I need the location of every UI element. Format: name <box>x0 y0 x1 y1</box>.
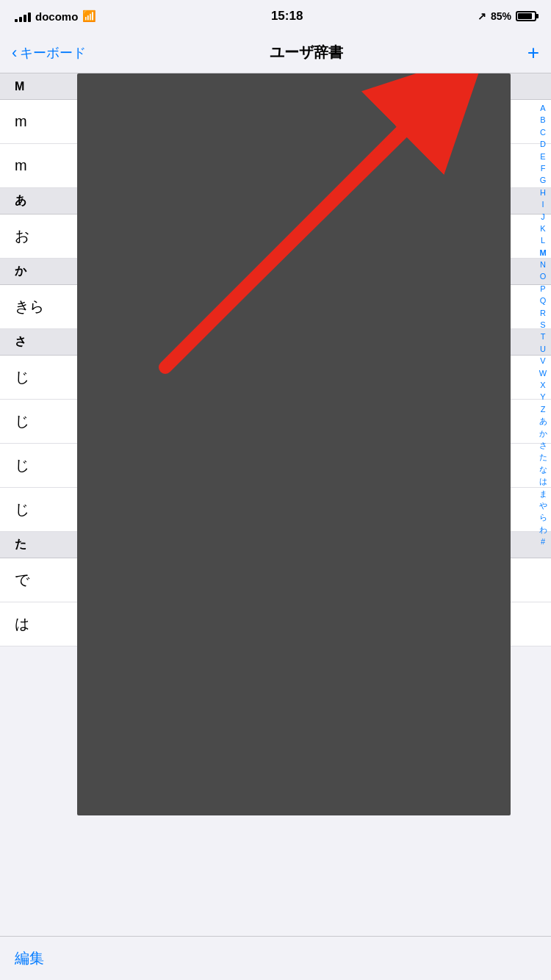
carrier-label: docomo <box>35 10 78 23</box>
battery-label: 85% <box>491 10 511 22</box>
chevron-left-icon: ‹ <box>12 43 17 62</box>
index-bar[interactable]: A B C D E F G H I J K L M N O P Q R S T … <box>535 103 551 547</box>
index-ra[interactable]: ら <box>539 512 547 523</box>
index-ma[interactable]: ま <box>539 489 547 500</box>
back-button[interactable]: ‹ キーボード <box>12 43 86 62</box>
index-R[interactable]: R <box>540 308 546 319</box>
index-wa[interactable]: わ <box>539 525 547 536</box>
index-A[interactable]: A <box>540 103 545 114</box>
index-F[interactable]: F <box>541 163 546 174</box>
index-Q[interactable]: Q <box>540 295 547 306</box>
index-G[interactable]: G <box>540 175 547 186</box>
back-label: キーボード <box>20 44 86 62</box>
svg-line-4 <box>173 92 444 360</box>
index-N[interactable]: N <box>540 259 546 270</box>
index-ka[interactable]: か <box>539 428 547 439</box>
status-right-group: ↗ 85% <box>478 10 536 22</box>
index-ya[interactable]: や <box>539 500 547 511</box>
index-X[interactable]: X <box>540 380 545 391</box>
index-hash[interactable]: # <box>541 536 545 547</box>
battery-icon <box>516 11 536 21</box>
index-W[interactable]: W <box>539 368 547 379</box>
index-O[interactable]: O <box>540 271 547 282</box>
index-V[interactable]: V <box>540 356 545 367</box>
index-C[interactable]: C <box>540 127 546 138</box>
overlay <box>77 73 511 815</box>
signal-icon <box>15 10 31 22</box>
index-a[interactable]: あ <box>539 416 547 427</box>
location-icon: ↗ <box>478 10 486 22</box>
index-S[interactable]: S <box>540 320 545 331</box>
status-bar: docomo 📶 15:18 ↗ 85% <box>0 0 551 32</box>
page-title: ユーザ辞書 <box>270 43 343 62</box>
index-T[interactable]: T <box>541 331 546 342</box>
index-P[interactable]: P <box>540 284 545 295</box>
index-L[interactable]: L <box>541 235 545 246</box>
index-K[interactable]: K <box>540 223 545 234</box>
edit-button[interactable]: 編集 <box>15 948 44 968</box>
nav-bar: ‹ キーボード ユーザ辞書 + <box>0 32 551 73</box>
index-B[interactable]: B <box>540 115 545 126</box>
index-ta[interactable]: た <box>539 452 547 463</box>
bottom-bar: 編集 <box>0 936 551 980</box>
index-D[interactable]: D <box>540 139 546 150</box>
index-Y[interactable]: Y <box>540 392 545 403</box>
index-sa[interactable]: さ <box>539 440 547 451</box>
wifi-icon: 📶 <box>82 10 96 23</box>
add-button[interactable]: + <box>527 43 539 63</box>
index-E[interactable]: E <box>540 151 545 162</box>
arrow-pointer <box>77 73 511 433</box>
index-I[interactable]: I <box>541 199 544 210</box>
index-H[interactable]: H <box>540 187 546 198</box>
index-Z[interactable]: Z <box>541 404 546 415</box>
index-M[interactable]: M <box>539 248 546 259</box>
carrier-signal: docomo 📶 <box>15 10 96 23</box>
index-na[interactable]: な <box>539 464 547 475</box>
status-time: 15:18 <box>271 9 303 24</box>
list-wrapper: M m m あ お か きら さ じ じ じ じ た で は <box>0 73 551 646</box>
index-ha[interactable]: は <box>539 476 547 487</box>
index-J[interactable]: J <box>541 212 545 223</box>
index-U[interactable]: U <box>540 344 546 355</box>
